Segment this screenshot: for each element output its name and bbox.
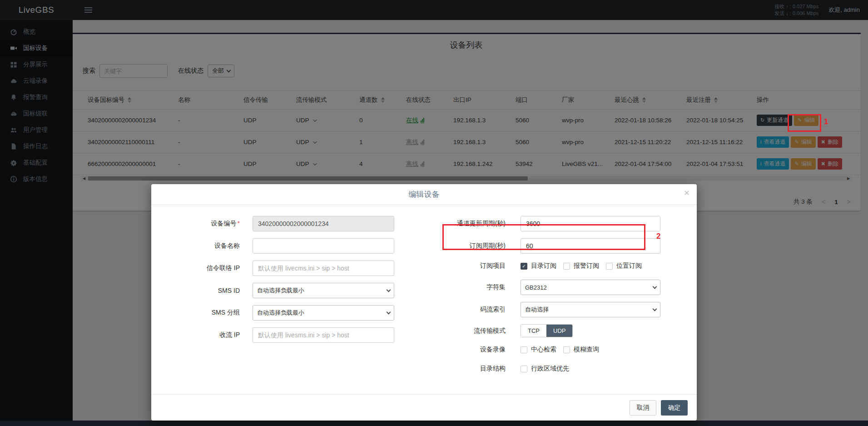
chevron-down-icon <box>653 285 657 289</box>
sms-group-select[interactable]: 自动选择负载最小 <box>253 305 394 321</box>
stream-mode-label: 流传输模式 <box>428 327 506 335</box>
center-search-checkbox[interactable]: 中心检索 <box>521 346 556 354</box>
annotation-number-2: 2 <box>656 232 660 241</box>
sms-id-label: SMS ID <box>169 287 240 294</box>
annotation-box-2 <box>442 224 645 250</box>
stream-index-select[interactable]: 自动选择 <box>521 302 660 317</box>
required-asterisk: * <box>238 220 240 227</box>
catalog-subscribe-checkbox[interactable]: ✓目录订阅 <box>521 262 556 270</box>
stream-mode-toggle: TCP UDP <box>521 324 573 337</box>
chevron-down-icon <box>653 307 657 311</box>
checkbox-icon <box>521 346 527 353</box>
annotation-number-1: 1 <box>824 117 828 126</box>
device-id-field <box>253 216 394 231</box>
checkbox-icon <box>521 366 527 372</box>
stream-index-label: 码流索引 <box>428 306 506 314</box>
sip-ip-label: 信令联络 IP <box>169 264 240 272</box>
device-id-label: 设备编号* <box>169 220 240 228</box>
fuzzy-query-checkbox[interactable]: 模糊查询 <box>563 346 599 354</box>
tcp-option[interactable]: TCP <box>521 325 546 337</box>
charset-label: 字符集 <box>428 283 506 291</box>
stream-receive-ip-field[interactable] <box>253 327 394 343</box>
modal-title: 编辑设备 <box>409 189 440 200</box>
modal-header: 编辑设备 × <box>151 184 697 205</box>
checkbox-checked-icon: ✓ <box>521 263 527 270</box>
close-icon[interactable]: × <box>684 188 689 197</box>
alarm-subscribe-checkbox[interactable]: 报警订阅 <box>563 262 599 270</box>
subscribe-items-label: 订阅项目 <box>428 262 506 270</box>
dir-struct-label: 目录结构 <box>428 365 506 373</box>
admin-region-first-checkbox[interactable]: 行政区域优先 <box>521 365 569 373</box>
sip-contact-ip-field[interactable] <box>253 261 394 276</box>
udp-option[interactable]: UDP <box>546 325 572 337</box>
sms-id-select[interactable]: 自动选择负载最小 <box>253 283 394 298</box>
checkbox-icon <box>563 263 570 270</box>
recv-ip-label: 收流 IP <box>169 331 240 339</box>
charset-select[interactable]: GB2312 <box>521 280 660 295</box>
ok-button[interactable]: 确定 <box>661 400 688 416</box>
edit-device-modal: 编辑设备 × 设备编号* 设备名称 信令联络 IP SMS ID 自动选择负载最… <box>151 184 697 421</box>
chevron-down-icon <box>387 288 391 292</box>
checkbox-icon <box>606 263 613 270</box>
position-subscribe-checkbox[interactable]: 位置订阅 <box>606 262 642 270</box>
checkbox-icon <box>563 346 570 353</box>
device-name-label: 设备名称 <box>169 242 240 250</box>
device-record-label: 设备录像 <box>428 346 506 354</box>
modal-footer: 取消 确定 <box>151 394 697 421</box>
chevron-down-icon <box>387 310 391 315</box>
sms-group-label: SMS 分组 <box>169 309 240 317</box>
annotation-box-1 <box>788 114 821 132</box>
cancel-button[interactable]: 取消 <box>630 400 656 416</box>
device-name-field[interactable] <box>253 238 394 254</box>
